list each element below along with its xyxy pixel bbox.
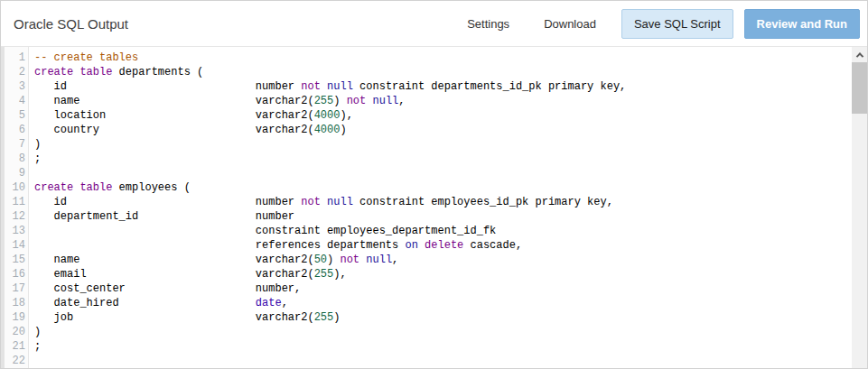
code-text: ) xyxy=(29,137,41,152)
code-text: job varchar2(255) xyxy=(29,310,340,325)
line-number: 4 xyxy=(1,94,29,108)
line-number: 14 xyxy=(1,238,29,253)
line-number: 21 xyxy=(1,339,29,354)
code-text: references departments on delete cascade… xyxy=(29,238,522,253)
line-number: 10 xyxy=(1,180,29,195)
code-line: 19 job varchar2(255) xyxy=(1,310,852,325)
code-line: 4 name varchar2(255) not null, xyxy=(1,94,852,108)
code-line: 21; xyxy=(1,339,852,354)
code-line: 7) xyxy=(1,137,852,152)
oracle-sql-output-panel: Oracle SQL Output Settings Download Save… xyxy=(0,0,868,369)
code-text: date_hired date, xyxy=(29,296,288,310)
code-line: 11 id number not null constraint employe… xyxy=(1,195,852,209)
code-text xyxy=(29,166,34,180)
line-number: 19 xyxy=(1,310,29,325)
code-text: constraint employees_department_id_fk xyxy=(29,224,496,238)
code-line: 10create table employees ( xyxy=(1,180,852,195)
scrollbar-up-button[interactable] xyxy=(852,47,867,62)
review-and-run-button[interactable]: Review and Run xyxy=(744,9,860,39)
chevron-up-icon xyxy=(855,52,863,60)
line-number: 11 xyxy=(1,195,29,209)
code-line: 1-- create tables xyxy=(1,51,852,65)
code-text: create table employees ( xyxy=(29,180,191,195)
code-line: 16 email varchar2(255), xyxy=(1,267,852,281)
line-number: 6 xyxy=(1,123,29,137)
code-editor-area[interactable]: 1-- create tables2create table departmen… xyxy=(1,47,852,368)
code-text: ; xyxy=(29,152,41,166)
code-text: -- create tables xyxy=(29,51,138,65)
code-text: id number not null constraint employees_… xyxy=(29,195,613,209)
line-number: 16 xyxy=(1,267,29,281)
download-button[interactable]: Download xyxy=(529,9,611,39)
line-number: 3 xyxy=(1,79,29,94)
code-line: 12 department_id number xyxy=(1,209,852,224)
header: Oracle SQL Output Settings Download Save… xyxy=(1,1,867,47)
code-line: 17 cost_center number, xyxy=(1,281,852,296)
code-line: 2create table departments ( xyxy=(1,65,852,79)
line-number: 2 xyxy=(1,65,29,79)
page-title: Oracle SQL Output xyxy=(14,16,128,32)
code-text: country varchar2(4000) xyxy=(29,123,347,137)
code-line: 14 references departments on delete casc… xyxy=(1,238,852,253)
code-line: 18 date_hired date, xyxy=(1,296,852,310)
code-line: 8; xyxy=(1,152,852,166)
code-line: 13 constraint employees_department_id_fk xyxy=(1,224,852,238)
code-lines: 1-- create tables2create table departmen… xyxy=(1,51,852,368)
code-line: 20) xyxy=(1,325,852,339)
sql-editor: 1-- create tables2create table departmen… xyxy=(1,47,867,368)
line-number: 12 xyxy=(1,209,29,224)
line-number: 9 xyxy=(1,166,29,180)
line-number: 20 xyxy=(1,325,29,339)
line-number: 13 xyxy=(1,224,29,238)
code-line: 5 location varchar2(4000), xyxy=(1,108,852,123)
line-number: 17 xyxy=(1,281,29,296)
line-number: 15 xyxy=(1,253,29,267)
line-number: 18 xyxy=(1,296,29,310)
code-line: 22 xyxy=(1,354,852,368)
code-text: email varchar2(255), xyxy=(29,267,347,281)
code-line: 3 id number not null constraint departme… xyxy=(1,79,852,94)
line-number: 8 xyxy=(1,152,29,166)
code-text: name varchar2(50) not null, xyxy=(29,253,398,267)
scrollbar-thumb[interactable] xyxy=(852,62,867,114)
code-text: cost_center number, xyxy=(29,281,301,296)
code-text: location varchar2(4000), xyxy=(29,108,353,123)
save-sql-script-button[interactable]: Save SQL Script xyxy=(621,9,733,39)
code-line: 6 country varchar2(4000) xyxy=(1,123,852,137)
code-line: 9 xyxy=(1,166,852,180)
header-actions: Settings Download Save SQL Script Review… xyxy=(453,9,860,39)
code-line: 15 name varchar2(50) not null, xyxy=(1,253,852,267)
code-text: name varchar2(255) not null, xyxy=(29,94,406,108)
line-number: 5 xyxy=(1,108,29,123)
code-text: id number not null constraint department… xyxy=(29,79,626,94)
code-text: create table departments ( xyxy=(29,65,203,79)
vertical-scrollbar[interactable] xyxy=(852,47,867,368)
code-text xyxy=(29,354,34,368)
line-number: 7 xyxy=(1,137,29,152)
line-number: 22 xyxy=(1,354,29,368)
code-text: ; xyxy=(29,339,41,354)
code-text: department_id number xyxy=(29,209,294,224)
line-number: 1 xyxy=(1,51,29,65)
settings-button[interactable]: Settings xyxy=(453,9,524,39)
code-text: ) xyxy=(29,325,41,339)
